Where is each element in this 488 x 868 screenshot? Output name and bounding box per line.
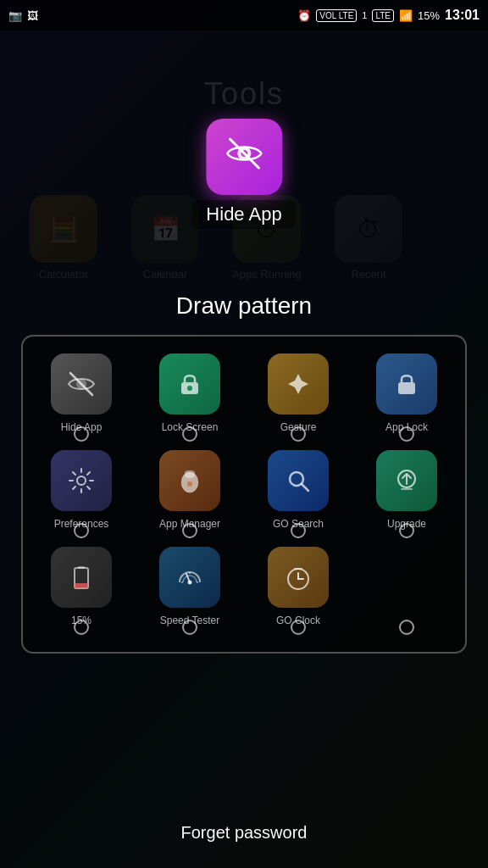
svg-line-2: [230, 139, 258, 168]
alarm-icon: ⏰: [297, 9, 311, 22]
pattern-dot-9: [182, 620, 197, 635]
svg-line-4: [70, 373, 92, 395]
lock-screen-grid-icon: [159, 353, 220, 415]
pattern-dot-10: [291, 620, 306, 635]
pattern-dot-1: [182, 426, 197, 442]
pattern-dot-4: [74, 523, 89, 538]
forget-password-link[interactable]: Forget password: [181, 823, 308, 843]
signal-bars-icon: 📶: [399, 9, 413, 22]
pattern-item-upgrade[interactable]: Upgrade: [357, 450, 457, 538]
speed-tester-grid-icon: [159, 547, 220, 608]
pattern-dot-3: [399, 426, 414, 442]
go-clock-grid-icon: [268, 547, 329, 608]
battery-15pct-icon: [51, 547, 112, 608]
battery-level: 15%: [418, 9, 440, 22]
preferences-grid-icon: [51, 450, 112, 511]
pattern-item-speed-tester[interactable]: Speed Tester: [140, 547, 240, 635]
pattern-item-lock-screen[interactable]: Lock Screen: [140, 353, 240, 442]
pattern-dot-2: [291, 426, 306, 442]
lte-icon: LTE: [372, 9, 394, 22]
status-right-info: ⏰ VOL LTE 1 LTE 📶 15% 13:01: [297, 8, 480, 23]
gesture-grid-icon: [268, 353, 329, 415]
pattern-item-gesture[interactable]: Gesture: [248, 353, 348, 442]
pattern-grid: Hide App Lock Screen Gesture: [31, 353, 457, 635]
go-search-grid-icon: [268, 450, 329, 511]
pattern-item-app-manager[interactable]: App Manager: [140, 450, 240, 538]
vol-lte-label: VOL LTE: [316, 9, 357, 22]
pattern-item-app-lock[interactable]: App Lock: [357, 353, 457, 442]
pattern-dot-11: [399, 620, 414, 635]
app-manager-grid-icon: [159, 450, 220, 511]
draw-pattern-title: Draw pattern: [176, 292, 312, 320]
pattern-item-empty: [357, 547, 457, 635]
status-left-icons: 📷 🖼: [8, 9, 38, 22]
pattern-item-hide-app[interactable]: Hide App: [31, 353, 131, 442]
hide-app-eye-icon: [223, 132, 265, 182]
network-band: 1: [362, 10, 367, 20]
facebook-icon: 📷: [8, 9, 22, 22]
pattern-dot-5: [182, 523, 197, 538]
upgrade-grid-icon: [376, 450, 437, 511]
svg-point-6: [187, 386, 192, 391]
pattern-item-preferences[interactable]: Preferences: [31, 450, 131, 538]
pattern-dot-6: [291, 523, 306, 538]
svg-point-18: [188, 581, 192, 585]
hide-app-popup: Hide App: [192, 119, 295, 229]
svg-rect-15: [75, 583, 88, 588]
pattern-grid-container[interactable]: Hide App Lock Screen Gesture: [21, 335, 467, 654]
pattern-dot-0: [74, 426, 89, 442]
hide-app-grid-icon: [51, 353, 112, 415]
clock-time: 13:01: [445, 8, 480, 23]
svg-point-10: [187, 481, 192, 487]
svg-point-8: [77, 476, 86, 485]
image-icon: 🖼: [27, 9, 38, 22]
app-lock-grid-icon: [376, 353, 437, 415]
svg-line-12: [302, 484, 308, 491]
svg-rect-7: [398, 382, 415, 394]
pattern-dot-8: [74, 620, 89, 635]
pattern-item-go-search[interactable]: GO Search: [248, 450, 348, 538]
status-bar: 📷 🖼 ⏰ VOL LTE 1 LTE 📶 15% 13:01: [0, 0, 488, 31]
svg-rect-16: [78, 566, 85, 569]
hide-app-icon-container: [206, 119, 282, 195]
pattern-dot-7: [399, 523, 414, 538]
pattern-item-go-clock[interactable]: GO Clock: [248, 547, 348, 635]
hide-app-label: Hide App: [192, 200, 295, 229]
pattern-item-15pct[interactable]: 15%: [31, 547, 131, 635]
empty-icon: [376, 547, 437, 608]
